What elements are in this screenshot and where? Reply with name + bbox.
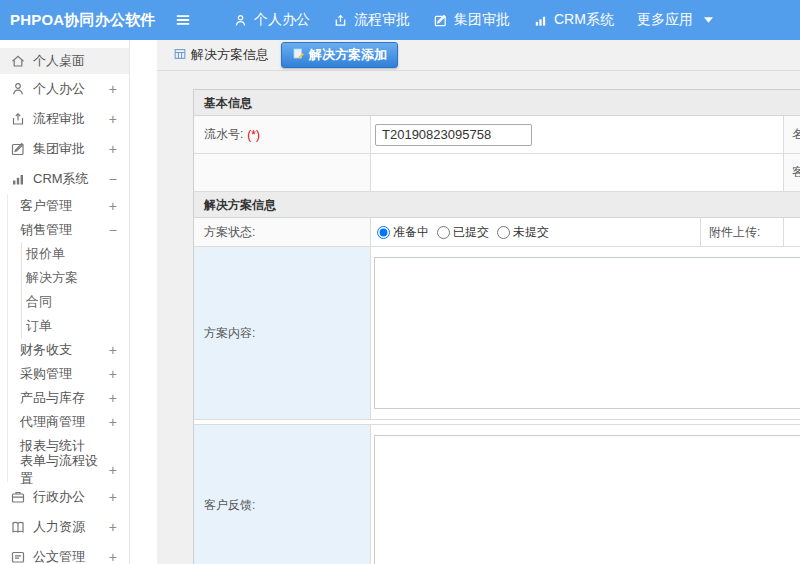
expand-icon[interactable]: + <box>109 141 117 157</box>
nav-more-apps[interactable]: 更多应用 <box>637 11 713 29</box>
required-mark: (*) <box>247 128 260 142</box>
tab-bar: 解决方案信息 解决方案添加 <box>157 40 800 71</box>
briefcase-icon <box>10 489 26 505</box>
customer-feedback-textarea[interactable] <box>374 435 800 564</box>
radio-preparing-input[interactable] <box>377 226 390 239</box>
name-label-cell: 名称 <box>784 116 800 153</box>
sidebar-item-document-mgmt[interactable]: 公文管理 + <box>0 542 129 564</box>
sidebar-item-workflow[interactable]: 流程审批 + <box>0 104 129 134</box>
edit-icon <box>10 141 26 157</box>
collapse-icon[interactable]: − <box>109 171 117 187</box>
feedback-label: 客户反馈: <box>204 497 255 514</box>
radio-label: 准备中 <box>393 224 429 241</box>
serial-row: 流水号: (*) 名称 <box>194 116 800 154</box>
sidebar-label: 客户管理 <box>20 197 72 215</box>
sidebar-item-agent-mgmt[interactable]: 代理商管理 + <box>8 410 129 434</box>
menu-icon[interactable] <box>174 11 192 29</box>
sales-submenu: 报价单 解决方案 合同 订单 <box>21 242 129 338</box>
collapse-icon[interactable]: − <box>109 222 117 238</box>
nav-personal-office[interactable]: 个人办公 <box>233 11 310 29</box>
flow-icon <box>10 111 26 127</box>
expand-icon[interactable]: + <box>109 414 117 430</box>
expand-icon[interactable]: + <box>109 462 117 478</box>
status-label-cell: 方案状态: <box>194 218 371 246</box>
sidebar-label: 合同 <box>26 293 52 311</box>
tab-label: 解决方案信息 <box>191 46 269 64</box>
expand-icon[interactable]: + <box>109 519 117 535</box>
content-label-cell: 方案内容: <box>194 247 371 419</box>
expand-icon[interactable]: + <box>109 111 117 127</box>
serial-label: 流水号: <box>204 126 243 143</box>
nav-label: 集团审批 <box>454 11 510 29</box>
sidebar-label: 代理商管理 <box>20 413 85 431</box>
customer-label-cell: 客户 <box>784 154 800 191</box>
sidebar-label: 表单与流程设置 <box>20 452 109 488</box>
home-icon <box>10 53 26 69</box>
sidebar-label: 人力资源 <box>33 518 85 536</box>
expand-icon[interactable]: + <box>109 489 117 505</box>
sidebar-label: CRM系统 <box>33 170 89 188</box>
sidebar-item-crm[interactable]: CRM系统 − <box>0 164 129 194</box>
sidebar-item-form-workflow-settings[interactable]: 表单与流程设置 + <box>8 458 129 482</box>
sidebar-label: 销售管理 <box>20 221 72 239</box>
expand-icon[interactable]: + <box>109 366 117 382</box>
nav-group-approval[interactable]: 集团审批 <box>433 11 510 29</box>
expand-icon[interactable]: + <box>109 198 117 214</box>
content-field-cell <box>371 247 800 419</box>
section-solution-info: 解决方案信息 <box>194 192 800 218</box>
sidebar-item-purchase[interactable]: 采购管理 + <box>8 362 129 386</box>
serial-input[interactable] <box>375 124 532 146</box>
tab-solution-info[interactable]: 解决方案信息 <box>165 42 277 68</box>
feedback-field-cell <box>371 425 800 564</box>
nav-label: CRM系统 <box>554 11 614 29</box>
tab-label: 解决方案添加 <box>309 46 387 64</box>
status-options-cell: 准备中 已提交 未提交 <box>371 218 701 246</box>
book-icon <box>10 519 26 535</box>
sidebar-item-sales-mgmt[interactable]: 销售管理 − <box>8 218 129 242</box>
expand-icon[interactable]: + <box>109 390 117 406</box>
expand-icon[interactable]: + <box>109 81 117 97</box>
flow-icon <box>333 13 348 28</box>
tab-solution-add[interactable]: 解决方案添加 <box>281 42 398 68</box>
empty-label-cell <box>194 154 371 191</box>
sidebar-label: 流程审批 <box>33 110 85 128</box>
edit-icon <box>433 13 448 28</box>
attachment-label: 附件上传: <box>709 224 760 241</box>
sidebar-label: 集团审批 <box>33 140 85 158</box>
solution-content-textarea[interactable] <box>374 257 800 409</box>
sidebar-item-hr[interactable]: 人力资源 + <box>0 512 129 542</box>
sidebar-item-group-approval[interactable]: 集团审批 + <box>0 134 129 164</box>
sidebar-item-customer-mgmt[interactable]: 客户管理 + <box>8 194 129 218</box>
radio-submitted-input[interactable] <box>437 226 450 239</box>
radio-unsubmitted-input[interactable] <box>497 226 510 239</box>
sidebar-item-personal-office[interactable]: 个人办公 + <box>0 74 129 104</box>
expand-icon[interactable]: + <box>109 549 117 564</box>
sidebar-item-quotation[interactable]: 报价单 <box>22 242 129 266</box>
sidebar-label: 公文管理 <box>33 548 85 564</box>
sidebar-item-contract[interactable]: 合同 <box>22 290 129 314</box>
sidebar-label: 订单 <box>26 317 52 335</box>
sidebar-label: 个人办公 <box>33 80 85 98</box>
radio-preparing[interactable]: 准备中 <box>377 224 429 241</box>
content-row: 方案内容: <box>194 247 800 420</box>
sidebar-item-order[interactable]: 订单 <box>22 314 129 338</box>
sidebar-label: 采购管理 <box>20 365 72 383</box>
sidebar-item-product-inventory[interactable]: 产品与库存 + <box>8 386 129 410</box>
sidebar-item-desktop[interactable]: 个人桌面 <box>0 48 129 74</box>
sidebar-item-solution[interactable]: 解决方案 <box>22 266 129 290</box>
radio-unsubmitted[interactable]: 未提交 <box>497 224 549 241</box>
nav-workflow-approval[interactable]: 流程审批 <box>333 11 410 29</box>
sidebar-label: 解决方案 <box>26 269 78 287</box>
serial-label-cell: 流水号: (*) <box>194 116 371 153</box>
sidebar-label: 行政办公 <box>33 488 85 506</box>
nav-label: 个人办公 <box>254 11 310 29</box>
expand-icon[interactable]: + <box>109 342 117 358</box>
form-content: 基本信息 流水号: (*) 名称 <box>157 71 800 564</box>
customer-label: 客户 <box>792 164 800 181</box>
sidebar-item-finance[interactable]: 财务收支 + <box>8 338 129 362</box>
top-navigation: 个人办公 流程审批 集团审批 CRM系统 更多应用 <box>210 11 713 29</box>
attachment-field-cell <box>784 218 800 246</box>
content-panel: 解决方案信息 解决方案添加 基本信息 流水号: (*) <box>157 40 800 564</box>
nav-crm[interactable]: CRM系统 <box>533 11 614 29</box>
radio-submitted[interactable]: 已提交 <box>437 224 489 241</box>
